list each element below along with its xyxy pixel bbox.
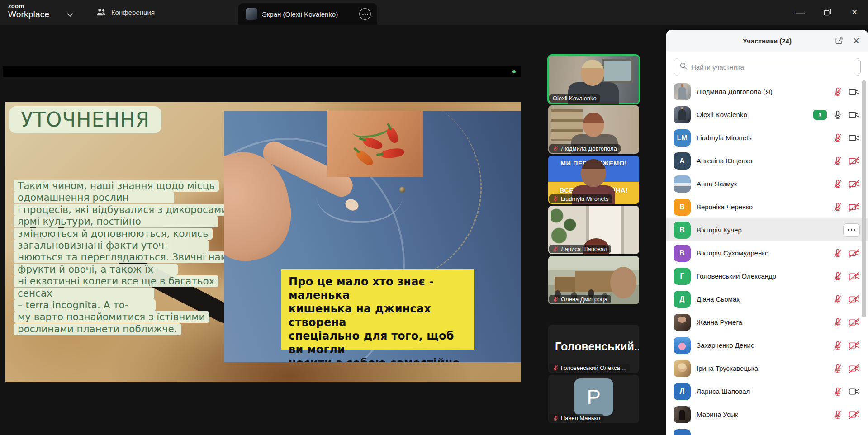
search-participant-input[interactable] — [691, 63, 855, 71]
participant-name: Ангеліна Ющенко — [697, 157, 827, 165]
muted-mic-icon — [833, 294, 843, 304]
close-panel-button[interactable]: ✕ — [851, 35, 862, 46]
participant-row[interactable]: ЛЛариса Шаповал — [666, 380, 868, 403]
slide-text-line: змінюються й доповнюються, колись — [14, 228, 230, 240]
muted-mic-icon — [833, 364, 843, 374]
participant-row[interactable]: ААнгеліна Ющенко — [666, 149, 868, 172]
participant-name: Людмила Довгопола (Я) — [697, 88, 827, 95]
person-silhouette — [581, 60, 604, 86]
person-silhouette — [610, 267, 636, 298]
muted-mic-icon — [553, 415, 559, 421]
muted-mic-icon — [833, 87, 843, 97]
participant-row[interactable]: Анна Якимук — [666, 172, 868, 195]
participant-name: Лариса Шаповал — [697, 388, 827, 395]
participant-name: Анна Якимук — [697, 180, 827, 188]
participant-row[interactable]: Марина Усык — [666, 403, 868, 426]
popout-panel-button[interactable] — [834, 35, 844, 46]
participant-row[interactable]: ГГоловенський Олександр — [666, 265, 868, 288]
video-tile[interactable]: Р Павел Манько — [548, 375, 639, 423]
chevron-down-icon[interactable] — [67, 11, 73, 19]
scrollbar-thumb[interactable] — [862, 80, 866, 317]
avatar: Г — [674, 268, 691, 285]
slide-text-line: ні екзотичні колеги все ще в багатьох — [14, 275, 230, 287]
muted-mic-icon — [553, 146, 559, 151]
participant-row[interactable]: LMLiudmyla Mironets — [666, 126, 868, 149]
slide-text-line: ярмі культури, постійно — [14, 216, 230, 227]
shared-slide: УТОЧНЕННЯ Таким чином, наші знання щодо … — [5, 102, 521, 382]
person-silhouette — [581, 159, 606, 187]
camera-off-icon — [849, 410, 860, 420]
search-participant-box — [674, 58, 861, 76]
camera-off-icon — [849, 340, 860, 350]
jeans-photo: Про це мало хто знає - маленькакишенька … — [224, 111, 521, 362]
muted-mic-icon — [553, 246, 559, 252]
participant-row[interactable] — [666, 426, 868, 435]
camera-off-icon — [849, 156, 860, 166]
slide-caption: Про це мало хто знає - маленькакишенька … — [281, 269, 474, 350]
participant-row[interactable]: ВВікторія Кучер — [666, 218, 868, 241]
avatar — [674, 314, 691, 331]
video-tile[interactable]: Лариса Шаповал — [548, 206, 639, 254]
tab-conference[interactable]: Конференция — [96, 0, 155, 25]
participant-row[interactable]: Захарченко Денис — [666, 334, 868, 357]
muted-mic-icon — [833, 248, 843, 258]
muted-mic-icon — [833, 410, 843, 420]
avatar — [674, 337, 691, 354]
app-titlebar: zoom Workplace Конференция Экран (Olexii… — [0, 0, 868, 25]
camera-off-icon — [849, 364, 860, 374]
participant-row[interactable]: ВВероніка Черевко — [666, 195, 868, 218]
slide-text-line: – terra incognita. А то- — [14, 299, 230, 311]
participant-name: Liudmyla Mironets — [697, 134, 827, 142]
slide-text-line: фрукти й овочі, а також їх- — [14, 264, 230, 275]
muted-mic-icon — [833, 387, 843, 397]
camera-on-icon — [849, 133, 860, 143]
minimize-button[interactable]: — — [787, 0, 814, 25]
avatar — [674, 83, 691, 100]
video-tile[interactable]: МИ ПЕРЕМОЖЕМО! ВСЕ БУДЕ УКРАЇНА! Liudmyl… — [548, 156, 639, 204]
video-tile[interactable]: Олена Дмитроца — [548, 256, 639, 304]
tab-screen-share-label: Экран (Olexii Kovalenko) — [262, 10, 355, 18]
participant-name-label: Olexii Kovalenko — [549, 94, 600, 103]
participant-name: Olexii Kovalenko — [697, 111, 807, 118]
video-tile[interactable]: Olexii Kovalenko — [548, 55, 639, 104]
camera-off-icon — [849, 179, 860, 189]
participant-row[interactable]: ДДіана Сьомак — [666, 288, 868, 311]
screen-share-indicator-dot — [512, 70, 516, 73]
person-silhouette — [583, 113, 604, 137]
avatar: А — [674, 152, 691, 170]
participant-row[interactable]: Ірина Трускавецька — [666, 357, 868, 380]
participant-row[interactable]: Жанна Румега — [666, 311, 868, 334]
slide-text-line: і процесів, які відбувалися з дикоросами… — [14, 204, 230, 216]
slide-caption-line: спеціально для того, щоб ви могли — [289, 329, 467, 356]
tab-options-button[interactable] — [359, 8, 371, 20]
camera-off-icon — [849, 271, 860, 281]
slide-caption-line: кишенька на джинсах створена — [289, 302, 467, 329]
participants-icon — [96, 7, 106, 18]
camera-on-icon — [849, 110, 860, 120]
camera-on-icon — [849, 387, 860, 397]
camera-off-icon — [849, 317, 860, 327]
avatar: LM — [674, 129, 691, 147]
tab-screen-share[interactable]: Экран (Olexii Kovalenko) — [238, 3, 377, 25]
video-tile[interactable]: Головенський... Головенський Олекса… — [548, 325, 639, 373]
video-thumbnails-column: Olexii Kovalenko Людмила ДовгополаМИ ПЕР… — [548, 55, 639, 425]
muted-mic-icon — [833, 317, 843, 327]
camera-off-icon — [849, 294, 860, 304]
slide-title: УТОЧНЕННЯ — [9, 106, 161, 133]
avatar: В — [674, 245, 691, 262]
peppers-photo — [327, 111, 423, 177]
participant-row[interactable]: Людмила Довгопола (Я) — [666, 80, 868, 103]
more-options-button[interactable] — [843, 223, 860, 237]
video-tile[interactable]: Людмила Довгопола — [548, 105, 639, 154]
avatar — [674, 175, 691, 193]
participant-name-label: Олена Дмитроца — [549, 295, 611, 303]
restore-button[interactable] — [814, 0, 841, 25]
participant-row[interactable]: ВВікторія Сухомудренко — [666, 241, 868, 265]
logo-text-large: Workplace — [8, 10, 49, 19]
camera-off-icon — [849, 248, 860, 258]
search-icon — [679, 62, 688, 72]
participant-row[interactable]: Olexii Kovalenko — [666, 103, 868, 126]
slide-text-line: сенсах — [14, 288, 230, 299]
close-window-button[interactable]: ✕ — [841, 0, 868, 25]
meeting-stage: УТОЧНЕННЯ Таким чином, наші знання щодо … — [0, 25, 666, 435]
